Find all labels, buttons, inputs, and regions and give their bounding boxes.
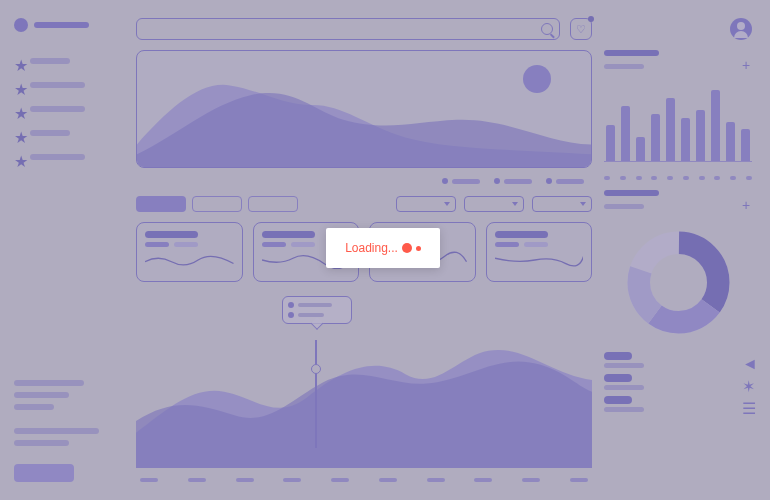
sparkline-icon [145,251,234,269]
sparkline-icon [495,251,584,269]
stats-summary: ◄ ✶ ☰ [604,352,752,412]
panel-subtitle [604,204,644,209]
stat-card[interactable] [486,222,593,282]
footer-line [14,404,54,410]
panel-1-header: + [604,50,752,72]
sidebar-item-1[interactable]: ★ [14,56,124,66]
date-chip[interactable] [192,196,242,212]
axis-tick [570,478,588,482]
filter-dropdown-3[interactable] [532,196,592,212]
gear-icon[interactable]: ✶ [742,377,752,387]
sidebar-item-label [30,58,70,64]
stat-label [604,407,644,412]
date-chip-selected[interactable] [136,196,186,212]
panel-2-header: + [604,190,752,212]
sun-decoration-icon [523,65,551,93]
sidebar-item-label [30,82,85,88]
stat-title [495,231,548,238]
axis-tick [236,478,254,482]
star-icon: ★ [14,80,24,90]
axis-tick [522,478,540,482]
bar [726,122,735,162]
sidebar-item-3[interactable]: ★ [14,104,124,114]
panel-subtitle [604,64,644,69]
big-chart-svg [136,292,592,468]
stat-value [604,352,632,360]
topbar: ♡ [136,18,592,40]
axis-tick [379,478,397,482]
bar-chart-axis [604,176,752,180]
hero-chart-svg [137,51,591,167]
legend-dot-icon [494,178,500,184]
donut-svg [626,230,731,335]
filter-dropdown-2[interactable] [464,196,524,212]
legend-item [442,178,480,184]
sidebar-cta-button[interactable] [14,464,74,482]
legend-item [494,178,532,184]
bar [636,137,645,161]
x-axis [136,478,592,482]
sidebar: ★ ★ ★ ★ ★ [14,18,124,482]
bar [696,110,705,161]
date-chip[interactable] [248,196,298,212]
search-icon [541,23,553,35]
footer-line [14,428,99,434]
search-input[interactable] [136,18,560,40]
axis-tick [140,478,158,482]
legend-dot-icon [546,178,552,184]
donut-chart [604,222,752,342]
bar [606,125,615,161]
right-panel: + + [604,18,752,482]
star-icon: ★ [14,128,24,138]
sidebar-item-4[interactable]: ★ [14,128,124,138]
add-widget-button[interactable]: + [740,200,752,212]
axis-tick [188,478,206,482]
axis-tick [331,478,349,482]
chart-marker-line [315,340,317,448]
hero-legend [136,178,592,184]
sidebar-item-5[interactable]: ★ [14,152,124,162]
loading-modal: Loading... [326,228,440,268]
chart-marker-dot-icon [311,364,321,374]
stat-title [145,231,198,238]
footer-line [14,392,69,398]
legend-dot-icon [288,302,294,308]
filter-dropdown-1[interactable] [396,196,456,212]
stat-row: ◄ [604,352,752,368]
star-icon: ★ [14,152,24,162]
notifications-button[interactable]: ♡ [570,18,592,40]
panel-title [604,190,659,196]
sidebar-footer [14,380,124,482]
brand-name [34,22,89,28]
star-icon: ★ [14,104,24,114]
brand [14,18,124,32]
stat-value [604,374,632,382]
bar [741,129,750,161]
bar [681,118,690,161]
stat-label [604,363,644,368]
volume-icon: ◄ [742,355,752,365]
sidebar-item-2[interactable]: ★ [14,80,124,90]
mini-bar-chart [604,82,752,162]
sidebar-item-label [30,154,85,160]
bar [651,114,660,161]
panel-title [604,50,659,56]
logo-icon [14,18,28,32]
add-widget-button[interactable]: + [740,60,752,72]
chart-tooltip [282,296,352,324]
stat-card[interactable] [136,222,243,282]
hero-area-chart [136,50,592,168]
sidebar-item-label [30,130,70,136]
axis-tick [283,478,301,482]
loading-text: Loading... [345,241,398,255]
star-icon: ★ [14,56,24,66]
loading-dot-icon [416,246,421,251]
footer-line [14,440,69,446]
stat-row: ✶ [604,374,752,390]
legend-dot-icon [442,178,448,184]
user-avatar[interactable] [730,18,752,40]
bell-icon: ♡ [576,23,586,36]
users-icon: ☰ [742,399,752,409]
sidebar-item-label [30,106,85,112]
bar [666,98,675,161]
